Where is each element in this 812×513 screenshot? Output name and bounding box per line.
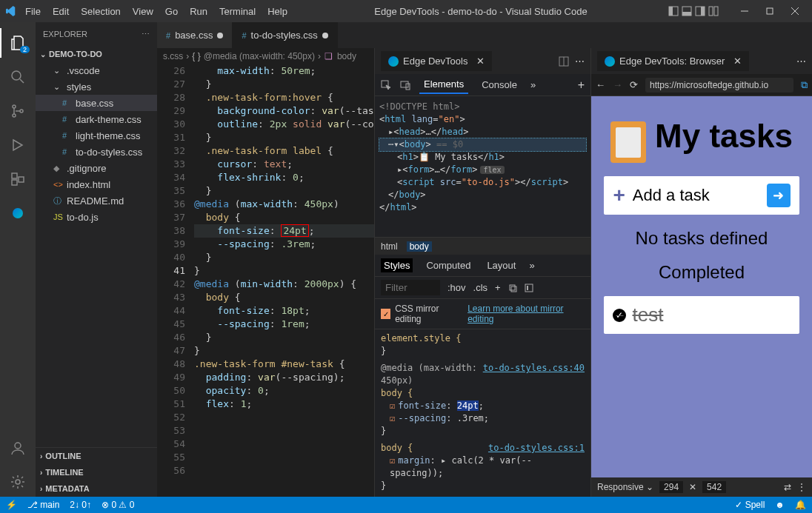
hov-toggle[interactable]: :hov [447,282,466,293]
maximize-button[interactable] [759,2,781,20]
url-input[interactable]: https://microsoftedge.github.io [645,78,793,93]
file-.gitignore[interactable]: ◆.gitignore [36,160,157,176]
menu-terminal[interactable]: Terminal [213,3,262,20]
forward-button[interactable]: → [613,79,622,90]
account-icon[interactable] [0,433,36,463]
sync-status[interactable]: 2↓ 0↑ [70,500,91,510]
browser-tab[interactable]: Edge DevTools: Browser ✕ [597,51,749,71]
outline-section[interactable]: ›OUTLINE [36,448,157,464]
explorer-panel: EXPLORER⋯ ⌄DEMO-TO-DO ⌄.vscode⌄styles#ba… [36,22,157,497]
layout-tab[interactable]: Layout [484,258,519,272]
open-external-icon[interactable]: ⧉ [801,79,808,91]
more-icon[interactable]: ⋯ [575,56,585,67]
menu-run[interactable]: Run [184,3,213,20]
completed-task[interactable]: ✓ test [604,296,799,334]
explorer-icon[interactable]: 2 [0,28,36,58]
menu-help[interactable]: Help [262,3,293,20]
close-icon[interactable]: ✕ [733,56,742,67]
file-README.md[interactable]: ⓘREADME.md [36,192,157,209]
filter-input[interactable] [381,280,440,295]
mirror-checkbox[interactable]: ✓ [381,309,390,319]
mirror-learn-link[interactable]: Learn more about mirror editing [467,304,585,324]
dom-breadcrumb[interactable]: html body [375,237,590,255]
close-button[interactable] [784,2,806,20]
file-dark-theme.css[interactable]: #dark-theme.css [36,111,157,127]
edge-devtools-icon[interactable] [0,198,36,228]
remote-indicator[interactable]: ⚡ [6,500,17,510]
settings-icon[interactable] [0,467,36,497]
activity-bar: 2 [0,22,36,497]
svg-rect-30 [527,286,528,290]
menu-edit[interactable]: Edit [47,3,75,20]
device-mode[interactable]: Responsive ⌄ [597,482,653,492]
git-branch[interactable]: ⎇ main [27,500,59,510]
svg-rect-27 [510,285,515,290]
plus-icon[interactable]: + [578,78,585,92]
styles-tab[interactable]: Styles [381,258,413,272]
notifications-icon[interactable]: 🔔 [795,500,806,510]
svg-rect-5 [701,7,705,16]
timeline-section[interactable]: ›TIMELINE [36,464,157,480]
file-light-theme.css[interactable]: #light-theme.css [36,127,157,144]
styles-rules[interactable]: element.style {}to-do-styles.css:40@medi… [375,329,590,497]
dom-tree[interactable]: <!DOCTYPE html> <html lang="en"> ▸<head>… [375,96,590,237]
file-index.html[interactable]: <>index.html [36,176,157,192]
chevron-more-icon[interactable]: » [530,79,536,90]
edge-logo-icon [388,56,399,67]
feedback-icon[interactable]: ☻ [775,500,785,510]
metadata-section[interactable]: ›METADATA [36,480,157,497]
devtools-tab[interactable]: Edge DevTools ✕ [381,51,492,71]
new-style-icon[interactable]: + [495,282,501,293]
menu-go[interactable]: Go [159,3,184,20]
file-styles[interactable]: ⌄styles [36,78,157,95]
device-more-icon[interactable]: ⋮ [797,482,806,492]
menu-view[interactable]: View [127,3,159,20]
search-icon[interactable] [0,62,36,92]
reload-button[interactable]: ⟳ [630,79,638,90]
more-icon[interactable]: ⋯ [796,56,806,67]
editor-tab-1[interactable]: #to-do-styles.css [233,22,337,48]
svg-rect-18 [12,180,17,185]
explorer-more-icon[interactable]: ⋯ [142,30,150,39]
add-task-input[interactable]: + Add a task ➜ [604,176,799,215]
menu-selection[interactable]: Selection [75,3,126,20]
spell-check[interactable]: ✓ Spell [735,500,765,510]
device-width[interactable]: 294 [659,481,683,493]
device-height[interactable]: 542 [702,481,726,493]
copy-icon[interactable] [508,284,517,292]
problems-status[interactable]: ⊗ 0 ⚠ 0 [102,500,134,510]
layout-controls[interactable] [668,6,719,16]
elements-tab[interactable]: Elements [419,76,468,94]
extensions-icon[interactable] [0,164,36,194]
chevron-more-icon[interactable]: » [529,260,534,271]
clipboard-icon [610,121,646,163]
source-control-icon[interactable] [0,96,36,126]
code-content[interactable]: max-width: 50rem; } .new-task-form:hover… [194,64,374,497]
console-tab[interactable]: Console [477,76,522,93]
rotate-icon[interactable]: ⇄ [784,482,791,492]
computed-tab[interactable]: Computed [423,258,473,272]
file-to-do.js[interactable]: JSto-do.js [36,209,157,225]
editor-tab-0[interactable]: #base.css [157,22,233,48]
completed-heading: Completed [659,262,745,283]
minimize-button[interactable] [733,2,756,20]
run-debug-icon[interactable] [0,130,36,160]
menu-file[interactable]: File [19,3,47,20]
code-editor[interactable]: s.css› { } @media (max-width: 450px)› ❏ … [157,48,375,497]
breadcrumb[interactable]: s.css› { } @media (max-width: 450px)› ❏ … [157,48,374,64]
cls-toggle[interactable]: .cls [473,282,488,293]
check-icon[interactable]: ✓ [613,309,626,322]
device-icon[interactable] [400,80,410,90]
split-icon[interactable] [559,56,569,67]
file-to-do-styles.css[interactable]: #to-do-styles.css [36,144,157,160]
title-bar: FileEditSelectionViewGoRunTerminalHelp E… [0,0,812,22]
brackets-icon: ❏ [324,51,334,61]
close-icon[interactable]: ✕ [476,56,485,67]
flexbox-editor-icon[interactable] [525,284,533,292]
inspect-icon[interactable] [381,80,391,90]
file-base.css[interactable]: #base.css [36,95,157,111]
project-header[interactable]: ⌄DEMO-TO-DO [36,46,157,62]
back-button[interactable]: ← [596,79,605,90]
submit-button[interactable]: ➜ [767,184,791,207]
file-.vscode[interactable]: ⌄.vscode [36,62,157,78]
